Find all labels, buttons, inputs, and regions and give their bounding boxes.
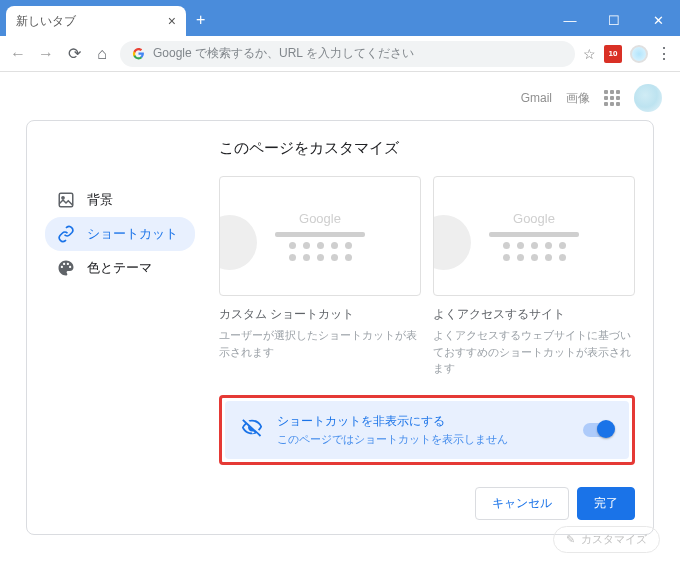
sidebar-item-label: ショートカット [87,225,178,243]
image-icon [57,191,75,209]
browser-tab[interactable]: 新しいタブ × [6,6,186,36]
customize-fab-label: カスタマイズ [581,532,647,547]
google-g-icon [132,47,145,60]
sidebar-item-label: 背景 [87,191,113,209]
dialog-sidebar: 背景 ショートカット 色とテーマ [45,139,195,520]
card-title: よくアクセスするサイト [433,306,635,323]
sidebar-item-background[interactable]: 背景 [45,183,195,217]
sidebar-item-shortcuts[interactable]: ショートカット [45,217,195,251]
new-tab-page: Gmail 画像 背景 ショートカット [0,72,680,561]
address-bar[interactable]: Google で検索するか、URL を入力してください [120,41,575,67]
maximize-button[interactable]: ☐ [592,13,636,28]
reload-button[interactable]: ⟳ [64,44,84,63]
bookmark-star-icon[interactable]: ☆ [583,46,596,62]
link-icon [57,225,75,243]
sidebar-item-theme[interactable]: 色とテーマ [45,251,195,285]
gmail-link[interactable]: Gmail [521,91,552,105]
images-link[interactable]: 画像 [566,90,590,107]
profile-avatar-icon[interactable] [630,45,648,63]
new-tab-button[interactable]: + [196,11,205,29]
palette-icon [57,259,75,277]
preview-logo: Google [275,211,365,226]
svg-rect-0 [59,193,73,207]
card-custom-shortcuts[interactable]: Google カスタム ショートカット ユーザーが選択したショートカットが表示さ… [219,176,421,377]
account-avatar[interactable] [634,84,662,112]
hide-shortcuts-sub: このページではショートカットを表示しません [277,432,508,447]
svg-point-1 [62,197,64,199]
gmail-extension-icon[interactable]: 10 [604,45,622,63]
ntp-top-links: Gmail 画像 [521,84,662,112]
ext-badge-count: 10 [609,49,618,58]
apps-grid-icon[interactable] [604,90,620,106]
pencil-icon: ✎ [566,533,575,546]
highlight-annotation: ショートカットを非表示にする このページではショートカットを表示しません [219,395,635,465]
window-titlebar: 新しいタブ × + — ☐ ✕ [0,0,680,36]
done-button[interactable]: 完了 [577,487,635,520]
omnibox-placeholder: Google で検索するか、URL を入力してください [153,45,414,62]
browser-toolbar: ← → ⟳ ⌂ Google で検索するか、URL を入力してください ☆ 10… [0,36,680,72]
close-window-button[interactable]: ✕ [636,13,680,28]
minimize-button[interactable]: — [548,13,592,28]
hide-shortcuts-title: ショートカットを非表示にする [277,413,508,430]
preview-globe-circle [433,215,471,270]
preview-logo: Google [489,211,579,226]
customize-fab[interactable]: ✎ カスタマイズ [553,526,660,553]
hide-shortcuts-row[interactable]: ショートカットを非表示にする このページではショートカットを表示しません [225,401,629,459]
forward-button[interactable]: → [36,45,56,63]
preview-avatar-circle [219,215,257,270]
browser-menu-button[interactable]: ⋮ [656,44,672,63]
card-desc: ユーザーが選択したショートカットが表示されます [219,327,421,360]
card-title: カスタム ショートカット [219,306,421,323]
close-tab-icon[interactable]: × [168,13,176,29]
card-desc: よくアクセスするウェブサイトに基づいておすすめのショートカットが表示されます [433,327,635,377]
tab-title: 新しいタブ [16,13,76,30]
home-button[interactable]: ⌂ [92,45,112,63]
dialog-content: このページをカスタマイズ Google カスタム ショート [219,139,635,520]
cancel-button[interactable]: キャンセル [475,487,569,520]
card-most-visited[interactable]: Google よくアクセスするサイト よくアクセスするウェブサイトに基づいておす… [433,176,635,377]
sidebar-item-label: 色とテーマ [87,259,152,277]
customize-dialog: 背景 ショートカット 色とテーマ このページをカスタマイズ [26,120,654,535]
visibility-off-icon [241,416,263,443]
window-controls: — ☐ ✕ [548,13,680,28]
back-button[interactable]: ← [8,45,28,63]
dialog-title: このページをカスタマイズ [219,139,635,158]
hide-shortcuts-toggle[interactable] [583,423,613,437]
